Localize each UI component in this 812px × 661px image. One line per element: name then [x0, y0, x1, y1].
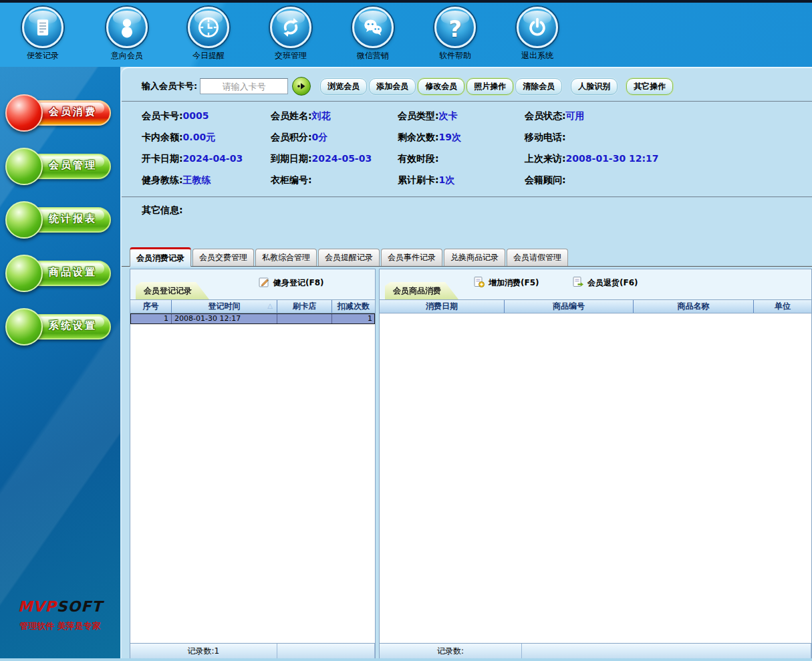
topbar-item-exit[interactable]: 退出系统 [505, 5, 569, 67]
topbar-item-shift[interactable]: 交班管理 [259, 5, 323, 67]
column-header[interactable]: 商品编号 [505, 300, 634, 313]
column-header[interactable]: 单位 [754, 300, 811, 313]
clear-member-button[interactable]: 清除会员 [515, 78, 562, 95]
member-field: 到期日期:2024-05-03 [271, 153, 398, 165]
topbar-item-reminders[interactable]: 今日提醒 [176, 5, 241, 67]
member-field: 会员类型:次卡 [398, 110, 525, 122]
checkin-records-panel: 会员登记记录 健身登记(F8) 序号 登记时间 刷卡店 扣减次数 1 2008-… [130, 269, 376, 660]
topbar-label: 便签记录 [11, 50, 75, 61]
product-statusbar: 记录数: [380, 643, 811, 659]
sidebar-item-member-manage[interactable]: 会员管理 [5, 147, 112, 186]
sidebar-item-label: 系统设置 [35, 319, 111, 332]
member-field: 卡内余额:0.00元 [142, 132, 271, 144]
member-field: 累计刷卡:1次 [398, 174, 525, 186]
topbar-label: 微信营销 [341, 50, 405, 61]
field-value: 可用 [566, 110, 585, 121]
window-bottom-edge [0, 658, 812, 661]
face-recognition-button[interactable]: 人脸识别 [571, 78, 618, 95]
member-field: 会员积分:0分 [271, 132, 398, 144]
add-member-button[interactable]: 添加会员 [369, 78, 416, 95]
tab-event-records[interactable]: 会员事件记录 [381, 249, 442, 266]
add-consume-button[interactable]: 增加消费(F5) [473, 276, 539, 290]
tab-reminder-records[interactable]: 会员提醒记录 [318, 249, 380, 266]
field-value: 2024-05-03 [312, 153, 372, 164]
member-field: 开卡日期:2024-04-03 [142, 153, 271, 165]
help-icon: ? [436, 10, 474, 47]
record-tabstrip: 会员消费记录 会员交费管理 私教综合管理 会员提醒记录 会员事件记录 兑换商品记… [122, 247, 812, 267]
column-header[interactable]: 商品名称 [634, 300, 754, 313]
topbar-item-help[interactable]: ? 软件帮助 [423, 5, 487, 67]
column-header[interactable]: 登记时间 [172, 300, 277, 313]
record-count: 记录数:1 [130, 644, 277, 659]
field-value: 1次 [439, 174, 455, 185]
member-field: 会籍顾问: [525, 174, 803, 186]
member-field: 有效时段: [398, 153, 525, 165]
member-field: 移动电话: [525, 132, 803, 144]
photo-ops-button[interactable]: 照片操作 [466, 78, 513, 95]
tab-payment-manage[interactable]: 会员交费管理 [192, 249, 254, 266]
tab-consume-records[interactable]: 会员消费记录 [130, 247, 191, 267]
checkin-statusbar: 记录数:1 [130, 643, 375, 659]
topbar-item-wechat[interactable]: 微信营销 [341, 5, 405, 67]
tab-private-coach[interactable]: 私教综合管理 [255, 249, 317, 266]
checkin-panel-tab[interactable]: 会员登记记录 [136, 282, 209, 299]
field-value: 2008-01-30 12:17 [566, 153, 659, 164]
column-header[interactable]: 扣减次数 [332, 300, 375, 313]
table-row-selected[interactable]: 1 2008-01-30 12:17 1 [130, 313, 375, 324]
topbar-label: 退出系统 [505, 50, 569, 61]
checkin-panel-header: 会员登记记录 健身登记(F8) [130, 269, 375, 299]
member-field: 会员卡号:0005 [142, 110, 271, 122]
doc-plus-icon [473, 276, 485, 290]
product-panel-tab[interactable]: 会员商品消费 [385, 282, 458, 299]
browse-member-button[interactable]: 浏览会员 [320, 78, 367, 95]
sidebar-item-label: 会员管理 [35, 159, 111, 172]
pencil-icon [259, 276, 270, 289]
member-field: 剩余次数:19次 [398, 132, 525, 144]
member-field: 会员姓名:刘花 [271, 110, 398, 122]
edit-member-button[interactable]: 修改会员 [418, 78, 464, 95]
member-search-row: 输入会员卡号: 浏览会员 添加会员 修改会员 照片操作 清除会员 人脸识别 其它… [122, 74, 812, 99]
sidebar-item-reports[interactable]: 统计报表 [5, 201, 112, 239]
checkin-table-header: 序号 登记时间 刷卡店 扣减次数 [130, 299, 375, 313]
sidebar-item-label: 统计报表 [35, 213, 111, 225]
doc-arrow-icon [572, 276, 584, 290]
column-header[interactable]: 序号 [130, 300, 172, 313]
record-count: 记录数: [380, 644, 522, 659]
field-value: 0.00元 [183, 132, 216, 142]
divider [122, 101, 812, 102]
member-field: 衣柜编号: [271, 174, 398, 186]
sidebar-nav: 会员消费 会员管理 统计报表 商品设置 系统设置 MVPSOFT 管理软件 美萍… [0, 67, 120, 661]
field-value: 0005 [183, 110, 209, 121]
sidebar-item-label: 商品设置 [35, 266, 111, 279]
field-value: 19次 [439, 132, 461, 142]
brand-red-text: MVP [18, 598, 57, 615]
column-header[interactable]: 消费日期 [380, 300, 505, 313]
sidebar-item-member-consume[interactable]: 会员消费 [5, 94, 112, 132]
card-number-input[interactable] [200, 78, 288, 94]
other-ops-button[interactable]: 其它操作 [626, 78, 673, 95]
topbar-label: 意向会员 [95, 50, 159, 61]
member-info-panel: 会员卡号:0005 会员姓名:刘花 会员类型:次卡 会员状态:可用 卡内余额:0… [142, 106, 803, 191]
field-value: 次卡 [439, 110, 458, 121]
member-return-button[interactable]: 会员退货(F6) [572, 276, 638, 290]
column-header[interactable]: 刷卡店 [277, 300, 332, 313]
checkin-table-body: 1 2008-01-30 12:17 1 [130, 313, 375, 643]
topbar-item-prospects[interactable]: 意向会员 [95, 5, 159, 67]
gym-checkin-button[interactable]: 健身登记(F8) [259, 276, 324, 289]
sidebar-item-product-settings[interactable]: 商品设置 [5, 254, 112, 293]
field-value: 刘花 [312, 110, 331, 121]
tab-exchange-records[interactable]: 兑换商品记录 [444, 249, 505, 266]
main-content: 输入会员卡号: 浏览会员 添加会员 修改会员 照片操作 清除会员 人脸识别 其它… [120, 67, 812, 661]
sidebar-item-system-settings[interactable]: 系统设置 [5, 307, 112, 346]
tab-leave-manage[interactable]: 会员请假管理 [507, 249, 568, 266]
field-value: 王教练 [183, 174, 211, 185]
other-info-label: 其它信息: [142, 205, 183, 217]
topbar-item-notes[interactable]: 便签记录 [11, 5, 75, 67]
search-go-button[interactable] [292, 77, 311, 96]
vendor-logo: MVPSOFT 管理软件 美萍是专家 [0, 598, 120, 632]
field-value: 2024-04-03 [183, 153, 243, 164]
topbar-label: 今日提醒 [176, 50, 241, 61]
member-field: 健身教练:王教练 [142, 174, 271, 186]
product-table-header: 消费日期 商品编号 商品名称 单位 [380, 299, 811, 313]
product-consume-panel: 会员商品消费 增加消费(F5) 会员退货(F6) 消费日期 商品编号 商品名称 … [379, 269, 812, 660]
